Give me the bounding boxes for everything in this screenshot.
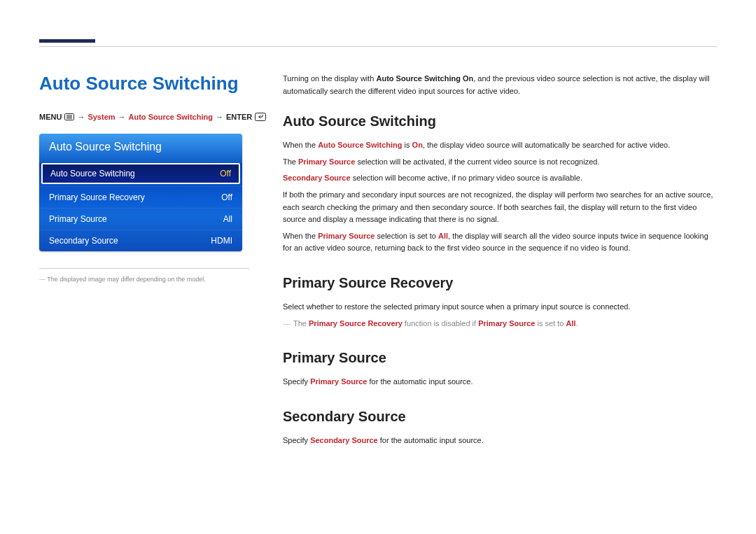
menu-icon bbox=[64, 113, 74, 120]
breadcrumb-arrow: → bbox=[216, 113, 223, 121]
body-text: Select whether to restore the selected p… bbox=[283, 301, 717, 314]
osd-row-label: Secondary Source bbox=[49, 236, 118, 246]
heading-secondary-source: Secondary Source bbox=[283, 405, 717, 428]
body-text: When the Auto Source Switching is On, th… bbox=[283, 139, 717, 152]
breadcrumb-arrow: → bbox=[77, 113, 85, 121]
osd-row-primary-source[interactable]: Primary Source All bbox=[39, 208, 242, 230]
breadcrumb-menu: MENU bbox=[39, 113, 62, 121]
note-text: ―The Primary Source Recovery function is… bbox=[283, 318, 717, 330]
body-text: When the Primary Source selection is set… bbox=[283, 230, 717, 255]
breadcrumb-enter: ENTER bbox=[226, 113, 252, 121]
heading-primary-source: Primary Source bbox=[283, 346, 717, 369]
body-text: Specify Primary Source for the automatic… bbox=[283, 376, 717, 388]
osd-row-value: Off bbox=[220, 169, 231, 178]
osd-row-auto-source-switching[interactable]: Auto Source Switching Off bbox=[41, 163, 240, 184]
breadcrumb: MENU → System → Auto Source Switching → … bbox=[39, 113, 249, 121]
enter-icon bbox=[255, 113, 266, 121]
chapter-mark bbox=[39, 39, 95, 43]
osd-row-value: HDMI bbox=[211, 236, 232, 246]
osd-row-value: Off bbox=[221, 192, 232, 202]
osd-menu: Auto Source Switching Auto Source Switch… bbox=[39, 134, 242, 251]
osd-row-value: All bbox=[223, 214, 232, 224]
intro-paragraph: Turning on the display with Auto Source … bbox=[283, 73, 717, 97]
breadcrumb-arrow: → bbox=[118, 113, 126, 121]
heading-primary-source-recovery: Primary Source Recovery bbox=[283, 272, 717, 294]
top-rule bbox=[39, 46, 717, 47]
model-footnote: The displayed image may differ depending… bbox=[39, 276, 249, 283]
left-divider bbox=[39, 268, 249, 269]
osd-row-primary-source-recovery[interactable]: Primary Source Recovery Off bbox=[39, 186, 242, 208]
body-text: Specify Secondary Source for the automat… bbox=[283, 435, 717, 447]
osd-row-label: Auto Source Switching bbox=[50, 169, 135, 178]
body-text: If both the primary and secondary input … bbox=[283, 189, 717, 226]
osd-row-label: Primary Source bbox=[49, 214, 107, 224]
body-text: Secondary Source selection will become a… bbox=[283, 172, 717, 185]
dash-icon: ― bbox=[283, 319, 293, 328]
osd-header: Auto Source Switching bbox=[39, 134, 242, 163]
osd-row-secondary-source[interactable]: Secondary Source HDMI bbox=[39, 230, 242, 251]
body-text: The Primary Source selection will be act… bbox=[283, 156, 717, 169]
page-title: Auto Source Switching bbox=[39, 73, 249, 94]
osd-row-label: Primary Source Recovery bbox=[49, 192, 145, 202]
breadcrumb-item: Auto Source Switching bbox=[129, 113, 213, 121]
breadcrumb-system: System bbox=[88, 113, 115, 121]
heading-auto-source-switching: Auto Source Switching bbox=[283, 110, 717, 132]
